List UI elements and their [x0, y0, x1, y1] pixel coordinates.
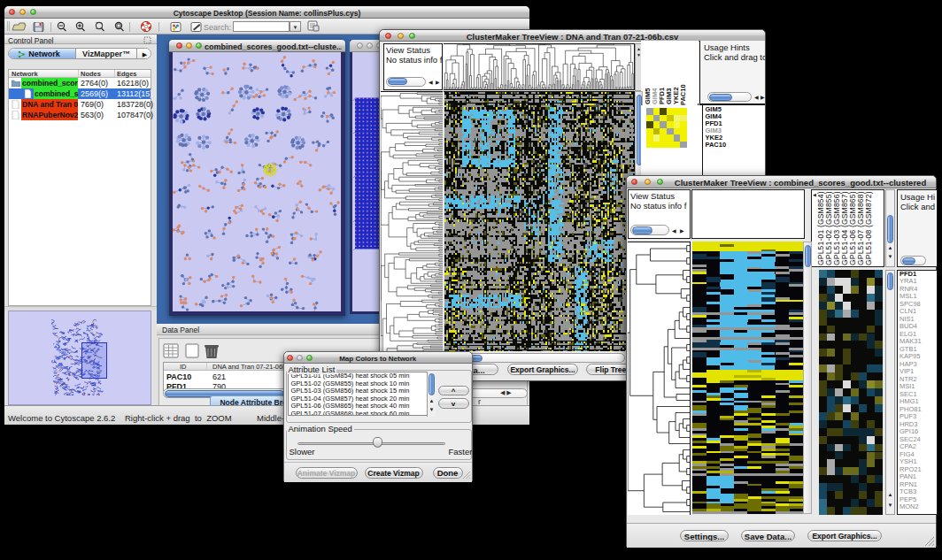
svg-text:GPL51-08 (GSM872): GPL51-08 (GSM872) [864, 191, 873, 265]
svg-text:PAC10: PAC10 [679, 84, 687, 105]
